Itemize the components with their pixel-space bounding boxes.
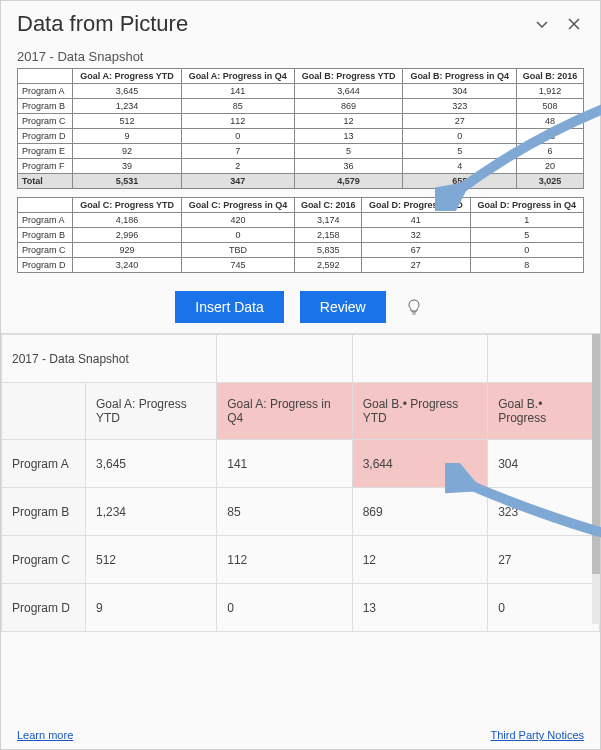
data-cell: 3,174 — [295, 213, 362, 228]
source-col-header: Goal A: Progress YTD — [73, 69, 181, 84]
result-col-header[interactable]: Goal A: Progress in Q4 — [217, 383, 352, 440]
data-from-picture-panel: Data from Picture 2017 - Data Snapshot G… — [0, 0, 601, 750]
table-row: Program B1,23485869323 — [2, 488, 600, 536]
chevron-down-icon[interactable] — [532, 14, 552, 34]
result-col-header[interactable]: Goal B.• Progress — [488, 383, 600, 440]
table-row: Program D3,2407452,592278 — [18, 258, 584, 273]
data-cell: 27 — [403, 114, 517, 129]
data-cell: TBD — [181, 243, 294, 258]
row-label: Program B — [18, 99, 73, 114]
row-label[interactable]: Program C — [2, 536, 86, 584]
source-col-header — [18, 69, 73, 84]
result-title-cell[interactable]: 2017 - Data Snapshot — [2, 335, 217, 383]
row-label: Program A — [18, 84, 73, 99]
action-bar: Insert Data Review — [1, 281, 600, 333]
titlebar: Data from Picture — [1, 1, 600, 43]
source-col-header — [18, 198, 73, 213]
source-col-header: Goal B: 2016 — [516, 69, 583, 84]
data-cell: 745 — [181, 258, 294, 273]
result-cell[interactable]: 3,645 — [86, 440, 217, 488]
row-label: Program F — [18, 159, 73, 174]
data-cell: 658 — [403, 174, 517, 189]
row-label: Program A — [18, 213, 73, 228]
data-cell: 3,645 — [73, 84, 181, 99]
source-col-header: Goal C: Progress in Q4 — [181, 198, 294, 213]
insert-data-button[interactable]: Insert Data — [175, 291, 283, 323]
close-icon[interactable] — [564, 14, 584, 34]
data-cell: 48 — [516, 114, 583, 129]
source-col-header: Goal D: Progress YTD — [362, 198, 470, 213]
source-table-upper: Goal A: Progress YTDGoal A: Progress in … — [17, 68, 584, 189]
result-cell[interactable]: 27 — [488, 536, 600, 584]
row-label: Program C — [18, 114, 73, 129]
row-label[interactable]: Program A — [2, 440, 86, 488]
result-cell[interactable]: 3,644 — [352, 440, 487, 488]
result-cell[interactable]: 1,234 — [86, 488, 217, 536]
data-cell: 5 — [470, 228, 583, 243]
data-cell: 1,912 — [516, 84, 583, 99]
table-row: Program E927556 — [18, 144, 584, 159]
data-cell: 20 — [516, 159, 583, 174]
data-cell: 5 — [294, 144, 403, 159]
table-row: Program C929TBD5,835670 — [18, 243, 584, 258]
data-cell: 304 — [403, 84, 517, 99]
result-cell[interactable]: 13 — [352, 584, 487, 632]
result-table[interactable]: 2017 - Data Snapshot Goal A: Progress YT… — [1, 334, 600, 632]
result-cell[interactable]: 323 — [488, 488, 600, 536]
table-row: Program A4,1864203,174411 — [18, 213, 584, 228]
row-label: Program D — [18, 129, 73, 144]
table-row: Program D90130 — [2, 584, 600, 632]
result-cell[interactable]: 0 — [217, 584, 352, 632]
result-cell[interactable]: 85 — [217, 488, 352, 536]
review-button[interactable]: Review — [300, 291, 386, 323]
row-label[interactable]: Program D — [2, 584, 86, 632]
data-cell: 6 — [516, 144, 583, 159]
data-cell: 36 — [294, 159, 403, 174]
lightbulb-icon[interactable] — [402, 295, 426, 319]
table-row: Program F39236420 — [18, 159, 584, 174]
data-cell: 5 — [403, 144, 517, 159]
table-row: Program A3,6451413,644304 — [2, 440, 600, 488]
data-cell: 8 — [470, 258, 583, 273]
result-cell[interactable]: 141 — [217, 440, 352, 488]
third-party-link[interactable]: Third Party Notices — [490, 729, 584, 741]
result-cell[interactable]: 112 — [217, 536, 352, 584]
data-cell: 141 — [181, 84, 294, 99]
result-cell[interactable]: 512 — [86, 536, 217, 584]
data-cell: 27 — [362, 258, 470, 273]
result-cell[interactable]: 869 — [352, 488, 487, 536]
scrollbar-vertical[interactable] — [592, 334, 600, 624]
data-cell: 512 — [73, 114, 181, 129]
source-col-header: Goal C: 2016 — [295, 198, 362, 213]
data-cell: 0 — [181, 129, 294, 144]
result-col-header[interactable]: Goal B.• Progress YTD — [352, 383, 487, 440]
result-col-header[interactable]: Goal A: Progress YTD — [86, 383, 217, 440]
result-cell[interactable]: 9 — [86, 584, 217, 632]
result-cell[interactable]: 12 — [352, 536, 487, 584]
result-corner-cell[interactable] — [2, 383, 86, 440]
source-col-header: Goal D: Progress in Q4 — [470, 198, 583, 213]
data-cell: 2,592 — [295, 258, 362, 273]
data-cell: 93 — [516, 129, 583, 144]
footer: Learn more Third Party Notices — [1, 721, 600, 749]
data-cell: 39 — [73, 159, 181, 174]
learn-more-link[interactable]: Learn more — [17, 729, 73, 741]
data-cell: 0 — [403, 129, 517, 144]
result-grid-area: 2017 - Data Snapshot Goal A: Progress YT… — [1, 333, 600, 721]
source-col-header: Goal B: Progress in Q4 — [403, 69, 517, 84]
snapshot-title: 2017 - Data Snapshot — [17, 49, 584, 64]
data-cell: 2,158 — [295, 228, 362, 243]
total-row: Total5,5313474,5796583,025 — [18, 174, 584, 189]
row-label[interactable]: Program B — [2, 488, 86, 536]
data-cell: 869 — [294, 99, 403, 114]
scrollbar-thumb[interactable] — [592, 334, 600, 574]
data-cell: 13 — [294, 129, 403, 144]
result-cell[interactable]: 0 — [488, 584, 600, 632]
row-label: Program D — [18, 258, 73, 273]
data-cell: 1 — [470, 213, 583, 228]
table-row: Program A3,6451413,6443041,912 — [18, 84, 584, 99]
row-label: Program C — [18, 243, 73, 258]
result-cell[interactable]: 304 — [488, 440, 600, 488]
source-table-lower: Goal C: Progress YTDGoal C: Progress in … — [17, 197, 584, 273]
picture-preview: 2017 - Data Snapshot Goal A: Progress YT… — [1, 43, 600, 281]
